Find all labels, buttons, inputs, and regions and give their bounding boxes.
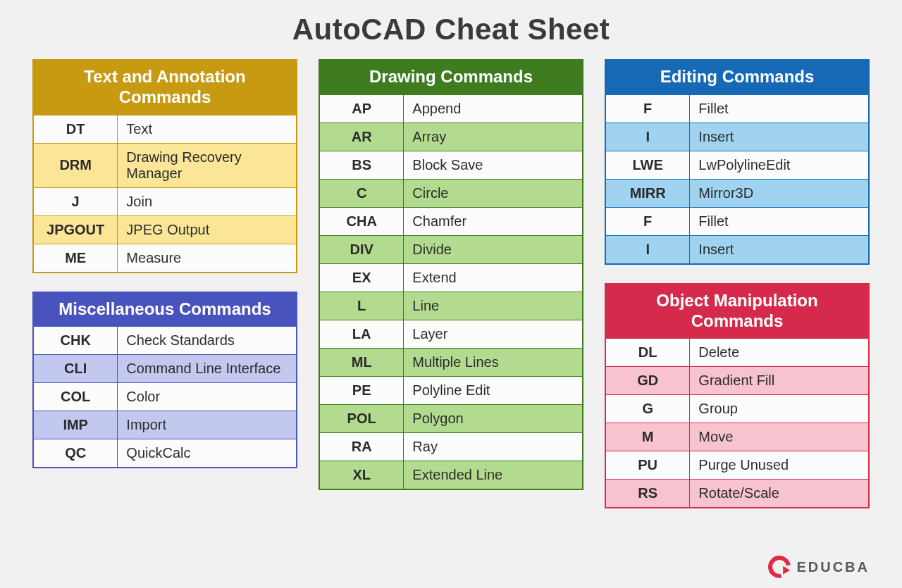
table-row: LLine [320, 292, 583, 320]
command-description: Block Save [404, 151, 583, 179]
table-misc: CHKCheck StandardsCLICommand Line Interf… [33, 326, 297, 468]
command-shortcut: M [606, 423, 690, 451]
table-text-annotation: DTTextDRMDrawing Recovery ManagerJJoinJP… [33, 115, 297, 273]
command-shortcut: RA [320, 432, 404, 461]
command-description: Gradient Fill [690, 367, 869, 395]
command-description: Color [118, 383, 297, 411]
table-row: DIVDivide [320, 235, 583, 263]
page-title: AutoCAD Cheat Sheet [32, 13, 870, 46]
card-text-annotation: Text and Annotation Commands DTTextDRMDr… [32, 59, 297, 273]
table-row: BSBlock Save [320, 151, 583, 179]
table-row: ARArray [320, 123, 583, 151]
command-description: Ray [404, 432, 583, 461]
command-description: Drawing Recovery Manager [118, 143, 297, 187]
brand-logo-icon [764, 551, 796, 583]
command-shortcut: RS [606, 480, 690, 508]
table-editing: FFilletIInsertLWELwPolylineEditMIRRMirro… [605, 94, 869, 264]
command-shortcut: G [606, 395, 690, 423]
table-row: MLMultiple Lines [320, 348, 583, 376]
table-row: EXExtend [320, 263, 583, 292]
command-description: Purge Unused [690, 451, 869, 480]
command-shortcut: ML [320, 348, 404, 376]
table-row: COLColor [34, 383, 297, 411]
command-shortcut: AP [320, 94, 404, 123]
table-row: RARay [320, 432, 583, 461]
command-shortcut: CHK [34, 327, 118, 355]
command-shortcut: MIRR [606, 179, 690, 207]
command-shortcut: DT [34, 115, 118, 143]
command-shortcut: PU [606, 451, 690, 480]
command-shortcut: DL [606, 339, 690, 367]
command-shortcut: GD [606, 367, 690, 395]
table-row: GDGradient Fill [606, 367, 869, 395]
command-description: Rotate/Scale [690, 480, 869, 508]
command-description: Layer [404, 320, 583, 348]
command-description: Fillet [690, 207, 869, 235]
table-row: LALayer [320, 320, 583, 348]
table-row: DRMDrawing Recovery Manager [34, 143, 297, 187]
card-header: Editing Commands [605, 60, 869, 94]
command-description: JPEG Output [118, 215, 297, 244]
command-description: Chamfer [404, 207, 583, 235]
command-shortcut: I [606, 235, 690, 263]
command-shortcut: LA [320, 320, 404, 348]
command-shortcut: C [320, 179, 404, 207]
command-shortcut: XL [320, 461, 404, 489]
command-shortcut: LWE [606, 151, 690, 179]
card-header: Miscellaneous Commands [33, 292, 297, 327]
command-shortcut: IMP [34, 411, 118, 439]
command-description: Check Standards [118, 327, 297, 355]
table-row: PEPolyline Edit [320, 376, 583, 404]
command-description: Move [690, 423, 869, 451]
table-row: MIRRMirror3D [606, 179, 869, 207]
table-drawing: APAppendARArrayBSBlock SaveCCircleCHACha… [319, 94, 583, 489]
command-shortcut: F [606, 94, 690, 123]
command-shortcut: I [606, 123, 690, 151]
command-shortcut: PE [320, 376, 404, 404]
card-header: Object Manipulation Commands [605, 284, 869, 339]
command-shortcut: ME [34, 244, 118, 272]
brand-name: EDUCBA [796, 559, 870, 575]
command-description: Array [404, 123, 583, 151]
command-description: Extended Line [404, 461, 583, 489]
command-description: Measure [118, 244, 297, 272]
table-row: QCQuickCalc [34, 439, 297, 468]
table-row: IInsert [606, 235, 869, 263]
command-shortcut: CLI [34, 355, 118, 383]
command-description: Append [404, 94, 583, 123]
command-description: Text [118, 115, 297, 143]
command-description: Join [118, 187, 297, 215]
command-shortcut: POL [320, 404, 404, 432]
table-row: RSRotate/Scale [606, 480, 869, 508]
command-shortcut: QC [34, 439, 118, 468]
table-row: CHKCheck Standards [34, 327, 297, 355]
table-row: FFillet [606, 94, 869, 123]
command-shortcut: CHA [320, 207, 404, 235]
command-shortcut: EX [320, 263, 404, 292]
brand-logo: EDUCBA [768, 556, 870, 578]
table-row: LWELwPolylineEdit [606, 151, 869, 179]
command-description: Group [690, 395, 869, 423]
table-row: MMove [606, 423, 869, 451]
command-description: Fillet [690, 94, 869, 123]
card-object-manipulation: Object Manipulation Commands DLDeleteGDG… [605, 283, 870, 509]
command-description: Delete [690, 339, 869, 367]
column-right: Editing Commands FFilletIInsertLWELwPoly… [605, 59, 870, 508]
command-description: Insert [690, 235, 869, 263]
command-description: Line [404, 292, 583, 320]
table-row: GGroup [606, 395, 869, 423]
table-row: DTText [34, 115, 297, 143]
command-description: QuickCalc [118, 439, 297, 468]
table-row: JJoin [34, 187, 297, 215]
command-shortcut: BS [320, 151, 404, 179]
command-description: Mirror3D [690, 179, 869, 207]
command-description: Import [118, 411, 297, 439]
column-left: Text and Annotation Commands DTTextDRMDr… [32, 59, 297, 508]
table-row: DLDelete [606, 339, 869, 367]
card-header: Drawing Commands [319, 60, 583, 94]
command-shortcut: JPGOUT [34, 215, 118, 244]
command-description: Circle [404, 179, 583, 207]
command-description: Extend [404, 263, 583, 292]
command-description: Insert [690, 123, 869, 151]
command-description: Command Line Interface [118, 355, 297, 383]
